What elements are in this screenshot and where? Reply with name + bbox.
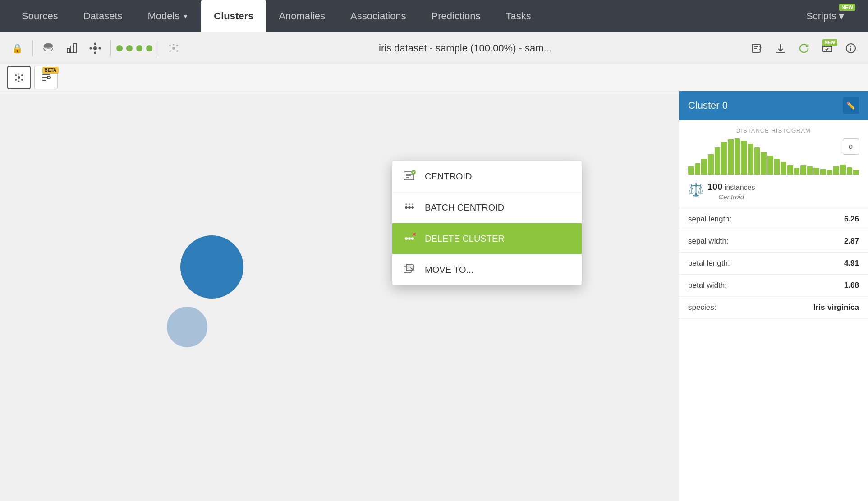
models-chevron: ▼ [182,13,188,20]
svg-point-22 [21,79,23,81]
histogram-bar [840,165,846,175]
cluster-small[interactable] [167,307,207,347]
delete-cluster-item[interactable]: ✕ DELETE CLUSTER [392,223,582,254]
cluster-view-btn-wrap [7,66,31,89]
svg-point-31 [405,203,407,205]
histogram-label: DISTANCE HISTOGRAM [688,127,859,134]
histogram-bar [761,152,767,175]
svg-point-18 [18,76,20,79]
svg-point-34 [405,237,408,240]
stat-row: sepal length:6.26 [679,208,868,230]
svg-point-13 [176,50,178,52]
nav-datasets[interactable]: Datasets [71,0,135,32]
svg-point-24 [18,80,20,82]
nav-associations[interactable]: Associations [338,0,419,32]
model-icon[interactable] [62,38,82,58]
stat-value: 2.87 [772,230,868,253]
svg-point-6 [94,51,96,54]
batch-centroid-item[interactable]: BATCH CENTROID [392,192,582,223]
histogram-bar [833,166,839,175]
svg-rect-1 [67,48,70,53]
separator-2 [110,40,111,56]
move-to-item[interactable]: MOVE TO... [392,254,582,285]
cluster-name: Cluster 0 [688,100,728,111]
scripts-new-badge: NEW [839,4,855,11]
svg-point-9 [172,47,175,50]
svg-point-8 [99,47,101,49]
right-panel: Cluster 0 ✏️ DISTANCE HISTOGRAM σ ⚖️ 100… [679,91,868,501]
histogram-bar [728,139,734,175]
svg-rect-3 [73,44,76,53]
cluster-header: Cluster 0 ✏️ [679,91,868,120]
histogram-bar [748,144,753,175]
nav-sources[interactable]: Sources [9,0,71,32]
svg-point-4 [93,46,97,50]
refresh-icon[interactable] [794,38,814,58]
scripts-chevron: ▼ [836,10,846,22]
stat-label: species: [679,297,772,319]
histogram-bar [708,154,714,175]
cluster-view-btn[interactable] [7,66,31,89]
histogram-bar [794,168,800,175]
edit-cluster-btn[interactable]: ✏️ [843,97,859,114]
histogram-bar [800,165,806,175]
main-toolbar: 🔒 [0,32,868,64]
svg-rect-2 [70,46,73,53]
instance-count: 100 instances [707,182,755,192]
histogram-bar [754,147,760,175]
top-nav: Sources Datasets Models ▼ Clusters Anoma… [0,0,868,32]
nav-predictions[interactable]: Predictions [419,0,493,32]
info-icon[interactable] [841,38,861,58]
histogram-bar [774,159,780,175]
export-icon[interactable] [747,38,767,58]
histogram-bar [701,159,707,175]
histogram-bar [715,147,721,175]
svg-point-23 [18,73,20,74]
sub-toolbar: BETA [0,64,868,91]
canvas-area[interactable]: CENTROID BATCH CENTROID [0,91,679,501]
histogram-bar [735,138,740,175]
separator-1 [32,40,33,56]
svg-point-29 [408,206,411,209]
nav-tasks[interactable]: Tasks [493,0,543,32]
progress-dots [116,45,152,51]
svg-point-10 [169,45,171,46]
toolbar-title: iris dataset - sample (100.00%) - sam... [187,42,744,54]
histogram-bar [781,162,786,175]
histogram-bar [827,170,833,175]
svg-point-11 [176,45,178,46]
cluster-visual-icon [164,38,184,58]
svg-point-7 [90,47,92,49]
svg-point-33 [412,203,413,205]
stats-table: sepal length:6.26sepal width:2.87petal l… [679,208,868,319]
nav-scripts[interactable]: Scripts ▼ NEW [794,0,859,32]
histogram-bar [813,168,819,175]
centroid-label: Centroid [707,193,755,201]
beta-badge: BETA [42,67,59,74]
histogram-bar [847,167,853,175]
centroid-item[interactable]: CENTROID [392,161,582,192]
svg-point-32 [409,203,410,205]
svg-point-14 [173,44,175,45]
dataset-icon[interactable] [38,38,58,58]
nav-clusters[interactable]: Clusters [201,0,266,32]
stat-row: sepal width:2.87 [679,230,868,253]
stat-value: Iris-virginica [772,297,868,319]
nav-models[interactable]: Models ▼ [135,0,202,32]
svg-point-0 [44,43,53,48]
histogram-section: DISTANCE HISTOGRAM σ ⚖️ 100 instances Ce… [679,120,868,208]
cluster-large[interactable] [180,235,243,299]
download-icon[interactable] [771,38,790,58]
histogram-bar [853,170,859,175]
svg-point-19 [15,74,17,76]
stat-value: 4.91 [772,253,868,275]
actions-dropdown-btn[interactable]: NEW [817,38,837,58]
lock-icon[interactable]: 🔒 [7,38,27,58]
balance-icon: ⚖️ [688,182,704,197]
nav-anomalies[interactable]: Anomalies [266,0,338,32]
settings-btn-wrap: BETA [34,66,58,89]
config-icon[interactable] [85,38,105,58]
sigma-btn[interactable]: σ [843,138,859,155]
histogram-bar [741,141,747,175]
separator-3 [158,40,158,56]
